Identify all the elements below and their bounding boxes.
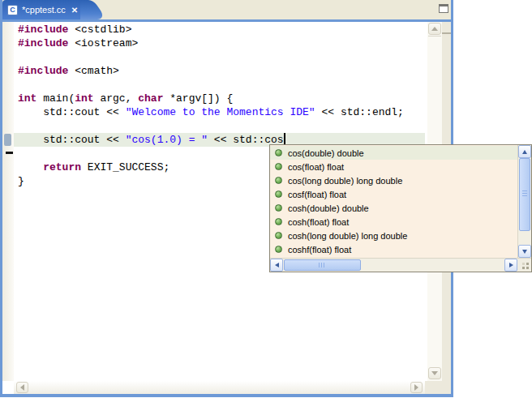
autocomplete-item[interactable]: cos(long double) long double (270, 173, 517, 187)
autocomplete-list: cos(double) doublecos(float) floatcos(lo… (270, 146, 517, 258)
code-line[interactable] (14, 119, 425, 133)
resize-grip[interactable] (517, 258, 531, 272)
popup-hscroll-thumb[interactable] (284, 259, 361, 271)
function-proposal-icon (275, 190, 282, 198)
editor-horizontal-scrollbar[interactable] (14, 381, 425, 394)
autocomplete-item[interactable]: coshf(float) float (270, 242, 517, 256)
code-line[interactable]: #include <iostream> (14, 36, 425, 50)
code-token: *argv[]) { (163, 92, 233, 105)
code-token: int (18, 92, 36, 105)
scroll-left-button[interactable] (16, 382, 28, 393)
chevron-right-icon (414, 384, 418, 391)
code-token: main( (36, 92, 75, 105)
scroll-right-button[interactable] (410, 382, 423, 393)
code-line[interactable] (14, 78, 425, 92)
function-proposal-icon (275, 149, 282, 156)
code-line[interactable]: int main(int argc, char *argv[]) { (14, 92, 425, 105)
function-proposal-icon (275, 204, 282, 212)
autocomplete-popup: cos(double) doublecos(float) floatcos(lo… (269, 144, 532, 272)
chevron-left-icon (275, 263, 279, 267)
current-line-marker (4, 134, 11, 146)
function-proposal-icon (275, 218, 282, 225)
code-token: #include (18, 65, 68, 77)
code-token: argc, (94, 92, 139, 105)
tab-cpptest[interactable]: C *cpptest.cc ✕ (2, 0, 80, 19)
chevron-right-icon (509, 263, 513, 267)
scroll-up-button[interactable] (428, 23, 441, 35)
maximize-button[interactable] (439, 4, 448, 13)
code-token: <cmath> (68, 65, 118, 77)
code-token: <cstdlib> (68, 24, 131, 36)
function-proposal-icon (275, 177, 282, 184)
autocomplete-item-label: cosh(float) float (288, 217, 349, 227)
popup-scroll-right-button[interactable] (504, 259, 517, 272)
code-token: std::cout << (18, 134, 126, 146)
popup-horizontal-scrollbar[interactable] (270, 258, 517, 272)
autocomplete-item[interactable]: cos(double) double (270, 146, 517, 160)
code-token: int (75, 92, 93, 105)
autocomplete-item[interactable]: cosh(double) double (270, 201, 517, 215)
scrollbar-corner (425, 381, 442, 394)
code-token: EXIT_SUCCESS; (81, 161, 169, 173)
code-token: return (43, 161, 81, 173)
scroll-down-button[interactable] (428, 367, 441, 379)
popup-scroll-up-button[interactable] (518, 145, 531, 158)
code-line[interactable] (14, 50, 425, 64)
fold-collapse-icon[interactable] (6, 152, 13, 154)
code-token: #include (18, 24, 68, 36)
popup-vscroll-thumb[interactable] (519, 158, 530, 231)
scrollbar-divider (428, 36, 441, 36)
autocomplete-item-label: cos(float) float (288, 162, 344, 172)
code-token: #include (18, 37, 68, 49)
text-caret (284, 133, 285, 145)
autocomplete-item-label: cosf(float) float (288, 190, 346, 199)
autocomplete-item-label: cosh(double) double (288, 203, 369, 213)
code-token: } (18, 175, 24, 187)
code-token: "Welcome to the Momentics IDE" (126, 106, 315, 118)
annotation-ruler (2, 22, 14, 381)
editor-tab-bar: C *cpptest.cc ✕ (2, 0, 451, 19)
function-proposal-icon (275, 163, 282, 170)
close-icon[interactable]: ✕ (71, 6, 78, 15)
code-line[interactable]: #include <cmath> (14, 64, 425, 78)
autocomplete-item-label: cosh(long double) long double (288, 231, 407, 241)
autocomplete-item[interactable]: cos(float) float (270, 160, 517, 173)
popup-scroll-down-button[interactable] (518, 245, 531, 258)
popup-scroll-left-button[interactable] (270, 259, 283, 272)
autocomplete-item[interactable]: cosh(long double) long double (270, 229, 517, 242)
autocomplete-item[interactable]: cosf(float) float (270, 187, 517, 201)
code-line[interactable]: #include <cstdlib> (14, 23, 425, 36)
code-token: char (138, 92, 163, 105)
autocomplete-item-label: coshf(float) float (288, 245, 351, 255)
autocomplete-item[interactable]: cosh(float) float (270, 215, 517, 229)
c-file-icon: C (7, 5, 18, 15)
chevron-up-icon (522, 150, 527, 154)
code-token: <iostream> (68, 37, 138, 49)
code-token (18, 161, 43, 173)
code-token: "cos(1.0) = " (126, 134, 208, 146)
function-proposal-icon (275, 232, 282, 239)
chevron-down-icon (431, 371, 438, 375)
chevron-down-icon (522, 250, 527, 254)
code-token: std::cout << (18, 106, 126, 118)
popup-vertical-scrollbar[interactable] (517, 145, 531, 258)
tab-title: *cpptest.cc (22, 5, 66, 15)
autocomplete-item-label: cos(long double) long double (288, 176, 402, 186)
function-proposal-icon (275, 246, 282, 253)
chevron-left-icon (20, 384, 24, 391)
chevron-up-icon (431, 27, 438, 31)
code-line[interactable]: std::cout << "Welcome to the Momentics I… (14, 105, 425, 119)
code-token: << std::endl; (315, 106, 404, 118)
autocomplete-item-label: cos(double) double (288, 148, 364, 158)
tab-folder-decoration (442, 32, 451, 34)
